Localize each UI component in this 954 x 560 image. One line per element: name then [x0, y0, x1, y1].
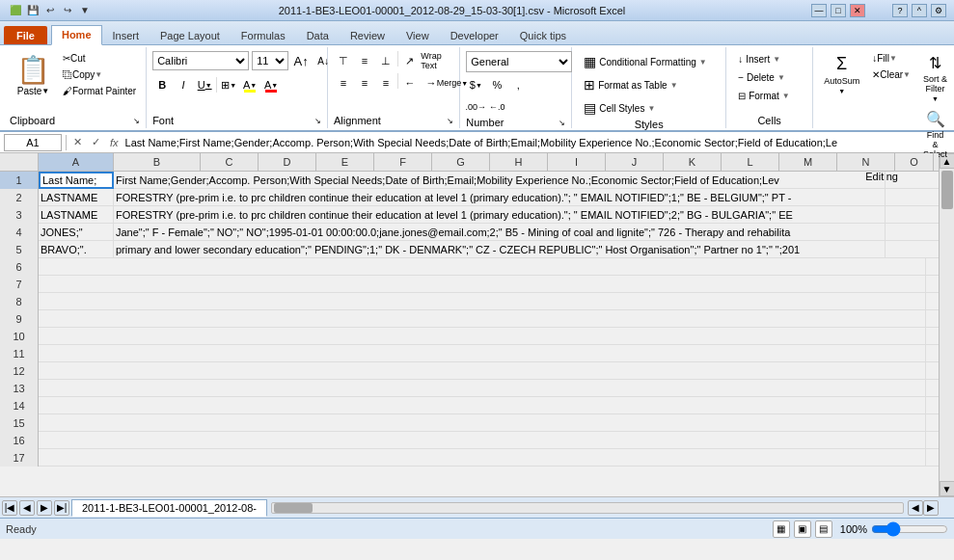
number-expand-icon[interactable]: ↘	[559, 119, 565, 127]
col-header-f[interactable]: F	[374, 153, 432, 171]
col-header-j[interactable]: J	[606, 153, 664, 171]
cell-13[interactable]	[39, 380, 926, 397]
cell-a4[interactable]: JONES;"	[39, 224, 114, 241]
row-number-14[interactable]: 14	[0, 397, 39, 414]
sheet-last-button[interactable]: ▶|	[54, 500, 69, 516]
underline-button[interactable]: U ▼	[195, 75, 214, 94]
resize-handle[interactable]	[939, 500, 954, 516]
col-header-g[interactable]: G	[432, 153, 490, 171]
grow-font-button[interactable]: A↑	[291, 51, 311, 70]
tab-home[interactable]: Home	[51, 25, 102, 45]
row-number-5[interactable]: 5	[0, 241, 39, 258]
sheet-tab-1[interactable]: 2011-1-BE3-LEO01-00001_2012-08-	[71, 499, 267, 517]
row-number-15[interactable]: 15	[0, 414, 39, 432]
minimize-button[interactable]: —	[811, 4, 827, 17]
format-cells-button[interactable]: ⊟ Format ▼	[732, 88, 796, 104]
italic-button[interactable]: I	[174, 75, 193, 94]
cell-8[interactable]	[39, 293, 926, 310]
align-middle-button[interactable]: ≡	[355, 51, 374, 70]
wrap-text-button[interactable]: WrapText	[422, 51, 441, 70]
align-bottom-button[interactable]: ⊥	[376, 51, 395, 70]
cell-7[interactable]	[39, 276, 926, 293]
page-layout-view-button[interactable]: ▣	[794, 520, 811, 538]
insert-function-icon[interactable]: fx	[107, 137, 122, 148]
col-header-a[interactable]: A	[39, 153, 114, 171]
cell-b2-rest[interactable]: FORESTRY (pre-prim i.e. to prc children …	[114, 189, 886, 206]
sheet-first-button[interactable]: |◀	[2, 500, 17, 516]
cell-a5[interactable]: BRAVO;".	[39, 241, 114, 258]
row-number-4[interactable]: 4	[0, 224, 39, 241]
ribbon-minimize-icon[interactable]: ^	[912, 4, 927, 17]
clear-button[interactable]: ✕ Clear ▼	[868, 67, 914, 82]
decrease-decimal-button[interactable]: ←.0	[487, 97, 506, 117]
row-number-17[interactable]: 17	[0, 449, 39, 467]
scroll-down-button[interactable]: ▼	[940, 481, 955, 496]
tab-developer[interactable]: Developer	[440, 26, 509, 44]
increase-decimal-button[interactable]: .00→	[466, 97, 485, 117]
row-number-8[interactable]: 8	[0, 293, 39, 310]
col-header-d[interactable]: D	[259, 153, 316, 171]
format-painter-button[interactable]: 🖌 Format Painter	[59, 84, 140, 98]
save-button[interactable]: 💾	[25, 3, 41, 18]
vertical-scrollbar[interactable]: ▲ ▼	[939, 153, 954, 496]
help-icon[interactable]: ?	[892, 4, 908, 17]
row-number-1[interactable]: 1	[0, 172, 39, 189]
tab-formulas[interactable]: Formulas	[231, 26, 296, 44]
align-left-button[interactable]: ≡	[334, 73, 353, 93]
cell-6[interactable]	[39, 258, 926, 276]
cell-b3-rest[interactable]: FORESTRY (pre-prim i.e. to prc children …	[114, 206, 886, 224]
maximize-button[interactable]: □	[831, 4, 846, 17]
cell-b1-rest[interactable]: First Name;Gender;Accomp. Person;With Sp…	[114, 172, 886, 189]
cell-17[interactable]	[39, 449, 926, 467]
col-header-c[interactable]: C	[201, 153, 259, 171]
row-number-13[interactable]: 13	[0, 380, 39, 397]
scroll-right-button[interactable]: ▶	[923, 500, 939, 516]
font-size-select[interactable]: 11	[252, 51, 288, 70]
align-center-button[interactable]: ≡	[355, 73, 374, 93]
tab-page-layout[interactable]: Page Layout	[150, 26, 231, 44]
font-name-select[interactable]: Calibri	[152, 51, 249, 70]
cell-b5-rest[interactable]: primary and lower secondary education";"…	[114, 241, 886, 258]
comma-button[interactable]: ,	[508, 75, 528, 94]
format-as-table-button[interactable]: ⊞ Format as Table ▼	[578, 74, 683, 95]
sheet-prev-button[interactable]: ◀	[19, 500, 35, 516]
options-icon[interactable]: ⚙	[931, 4, 946, 17]
row-number-12[interactable]: 12	[0, 362, 39, 380]
cancel-formula-icon[interactable]: ✕	[70, 136, 85, 148]
cell-a1[interactable]: Last Name;	[39, 172, 114, 189]
close-button[interactable]: ✕	[850, 4, 865, 17]
cut-button[interactable]: ✂ Cut	[59, 51, 140, 66]
cell-14[interactable]	[39, 397, 926, 414]
align-top-button[interactable]: ⊤	[334, 51, 353, 70]
cell-b4-rest[interactable]: Jane";" F - Female";" NO";" NO";1995-01-…	[114, 224, 886, 241]
row-number-9[interactable]: 9	[0, 310, 39, 328]
copy-button[interactable]: ⿻ Copy ▼	[59, 67, 140, 82]
clipboard-expand-icon[interactable]: ↘	[133, 117, 140, 125]
row-number-11[interactable]: 11	[0, 345, 39, 362]
accounting-button[interactable]: $▼	[466, 75, 485, 94]
scroll-thumb-v[interactable]	[941, 171, 953, 209]
conditional-formatting-button[interactable]: ▦ Conditional Formatting ▼	[578, 51, 713, 72]
delete-cells-button[interactable]: − Delete ▼	[732, 69, 791, 86]
col-header-n[interactable]: N	[837, 153, 895, 171]
tab-data[interactable]: Data	[296, 26, 340, 44]
tab-quick-tips[interactable]: Quick tips	[509, 26, 577, 44]
qat-dropdown-icon[interactable]: ▼	[77, 3, 93, 18]
cell-a3[interactable]: LASTNAME	[39, 206, 114, 224]
cell-16[interactable]	[39, 432, 926, 449]
borders-button[interactable]: ⊞ ▼	[219, 75, 238, 94]
cell-10[interactable]	[39, 328, 926, 345]
col-header-h[interactable]: H	[490, 153, 548, 171]
col-header-i[interactable]: I	[548, 153, 606, 171]
col-header-e[interactable]: E	[316, 153, 374, 171]
col-header-k[interactable]: K	[664, 153, 722, 171]
tab-insert[interactable]: Insert	[102, 26, 150, 44]
cell-15[interactable]	[39, 414, 926, 432]
horizontal-scroll-track[interactable]	[271, 502, 904, 514]
merge-center-button[interactable]: Merge▼	[443, 73, 462, 93]
cell-styles-button[interactable]: ▤ Cell Styles ▼	[578, 97, 661, 119]
font-expand-icon[interactable]: ↘	[314, 117, 321, 125]
alignment-expand-icon[interactable]: ↘	[447, 117, 453, 125]
row-number-10[interactable]: 10	[0, 328, 39, 345]
row-number-6[interactable]: 6	[0, 258, 39, 276]
